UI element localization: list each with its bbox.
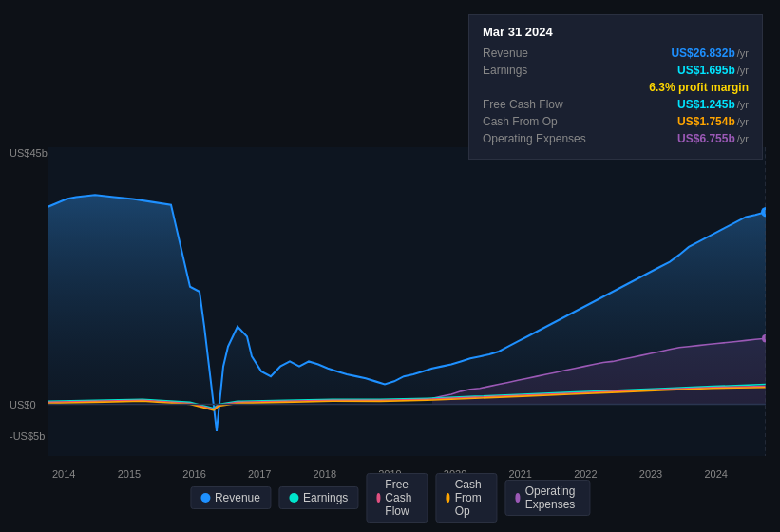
chart-area — [48, 147, 766, 456]
legend-revenue[interactable]: Revenue — [190, 486, 271, 509]
tooltip-opex-unit: /yr — [737, 133, 749, 144]
legend-earnings[interactable]: Earnings — [278, 486, 358, 509]
legend-cashfromop[interactable]: Cash From Op — [435, 473, 497, 522]
chart-legend: Revenue Earnings Free Cash Flow Cash Fro… — [190, 473, 590, 522]
legend-fcf-label: Free Cash Flow — [385, 478, 417, 518]
y-axis-mid: US$0 — [10, 399, 36, 410]
x-label-2015: 2015 — [118, 468, 141, 480]
tooltip-earnings-label: Earnings — [483, 64, 606, 77]
tooltip-revenue-label: Revenue — [483, 47, 606, 60]
legend-earnings-dot — [289, 493, 298, 503]
tooltip-earnings-value: US$1.695b — [677, 64, 735, 77]
tooltip-revenue-row: Revenue US$26.832b/yr — [483, 47, 749, 60]
tooltip-revenue-value: US$26.832b — [671, 47, 734, 60]
x-label-2023: 2023 — [639, 468, 662, 480]
legend-revenue-dot — [200, 493, 210, 503]
legend-earnings-label: Earnings — [303, 491, 348, 504]
tooltip-fcf-row: Free Cash Flow US$1.245b/yr — [483, 98, 749, 111]
x-label-2014: 2014 — [52, 468, 75, 480]
tooltip-opex-label: Operating Expenses — [483, 132, 606, 145]
legend-opex-dot — [515, 493, 520, 503]
tooltip-profit-margin-value: 6.3% profit margin — [649, 81, 749, 94]
tooltip-cashfromop-label: Cash From Op — [483, 115, 606, 128]
tooltip-revenue-unit: /yr — [737, 48, 749, 59]
y-axis-neg: -US$5b — [10, 430, 45, 442]
tooltip-earnings-row: Earnings US$1.695b/yr — [483, 64, 749, 77]
tooltip-profit-margin-row: 6.3% profit margin — [483, 81, 749, 94]
legend-fcf[interactable]: Free Cash Flow — [366, 473, 428, 522]
chart-svg — [48, 147, 766, 456]
tooltip-fcf-unit: /yr — [737, 99, 749, 110]
legend-opex-label: Operating Expenses — [525, 484, 580, 511]
tooltip-fcf-label: Free Cash Flow — [483, 98, 606, 111]
tooltip-opex-row: Operating Expenses US$6.755b/yr — [483, 132, 749, 145]
tooltip-earnings-unit: /yr — [737, 65, 749, 76]
legend-opex[interactable]: Operating Expenses — [504, 480, 590, 516]
tooltip-cashfromop-value: US$1.754b — [677, 115, 735, 128]
tooltip-panel: Mar 31 2024 Revenue US$26.832b/yr Earnin… — [468, 14, 763, 160]
legend-cashfromop-label: Cash From Op — [455, 478, 487, 518]
legend-revenue-label: Revenue — [215, 491, 260, 504]
tooltip-cashfromop-row: Cash From Op US$1.754b/yr — [483, 115, 749, 128]
tooltip-date: Mar 31 2024 — [483, 25, 749, 39]
tooltip-fcf-value: US$1.245b — [677, 98, 735, 111]
legend-fcf-dot — [376, 493, 380, 503]
tooltip-cashfromop-unit: /yr — [737, 116, 749, 127]
tooltip-opex-value: US$6.755b — [677, 132, 735, 145]
x-label-2024: 2024 — [704, 468, 727, 480]
legend-cashfromop-dot — [446, 493, 449, 503]
y-axis-top: US$45b — [10, 147, 48, 159]
